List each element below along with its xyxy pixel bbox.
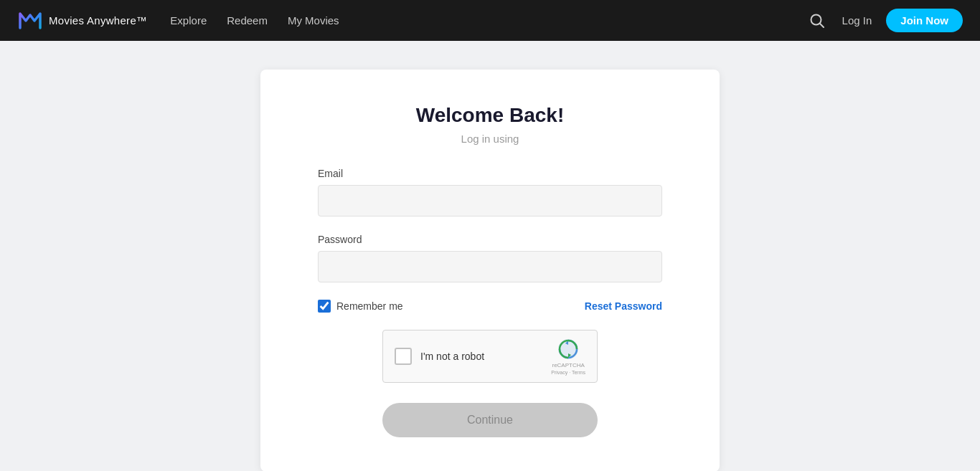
recaptcha-widget[interactable]: I'm not a robot reCAPTCHA Privacy · Term… [382,330,598,383]
login-link[interactable]: Log In [842,14,872,27]
remember-me-checkbox[interactable] [318,300,331,313]
nav-link-redeem[interactable]: Redeem [227,14,268,27]
navbar-right: Log In Join Now [806,9,963,32]
recaptcha-brand: reCAPTCHA [552,362,584,368]
reset-password-link[interactable]: Reset Password [585,300,662,312]
logo-text: Movies Anywhere™ [49,14,147,27]
logo-icon [17,8,43,34]
continue-button[interactable]: Continue [382,403,598,437]
nav-links: Explore Redeem My Movies [170,14,339,27]
password-input[interactable] [318,251,662,282]
recaptcha-logo-icon [557,338,580,361]
nav-item-my-movies[interactable]: My Movies [288,14,339,27]
recaptcha-logo-area: reCAPTCHA Privacy · Terms [551,338,585,375]
recaptcha-checkbox[interactable] [395,348,412,365]
recaptcha-links: Privacy · Terms [551,370,585,375]
navbar: Movies Anywhere™ Explore Redeem My Movie… [0,0,980,41]
checkbox-row: Remember me Reset Password [318,300,662,313]
logo-link[interactable]: Movies Anywhere™ [17,8,147,34]
email-input[interactable] [318,185,662,217]
remember-me-group: Remember me [318,300,403,313]
nav-link-my-movies[interactable]: My Movies [288,14,339,27]
main-content: Welcome Back! Log in using Email Passwor… [0,41,980,471]
nav-link-explore[interactable]: Explore [170,14,207,27]
email-label: Email [318,168,662,179]
remember-me-label[interactable]: Remember me [336,300,403,312]
navbar-left: Movies Anywhere™ Explore Redeem My Movie… [17,8,339,34]
nav-item-redeem[interactable]: Redeem [227,14,268,27]
page-title: Welcome Back! [318,104,662,127]
email-field-group: Email [318,168,662,217]
password-field-group: Password [318,234,662,282]
svg-line-1 [819,23,823,27]
password-label: Password [318,234,662,245]
login-card: Welcome Back! Log in using Email Passwor… [260,70,720,471]
search-icon [809,13,825,29]
nav-item-explore[interactable]: Explore [170,14,207,27]
recaptcha-label: I'm not a robot [420,351,542,362]
search-button[interactable] [806,10,828,32]
join-now-button[interactable]: Join Now [886,9,963,32]
page-subtitle: Log in using [318,133,662,145]
